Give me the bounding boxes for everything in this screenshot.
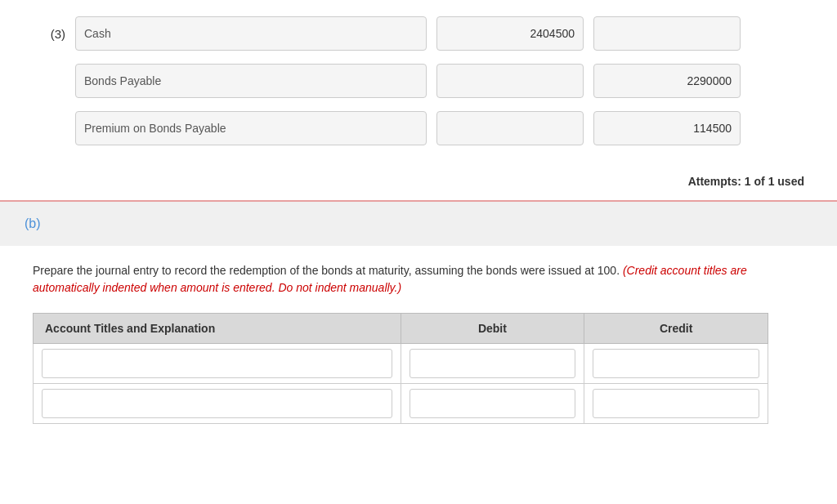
- row2-account-cell: [34, 384, 401, 424]
- premium-debit-input[interactable]: [436, 111, 584, 145]
- bonds-payable-debit-input[interactable]: [436, 64, 584, 98]
- row1-debit-input[interactable]: [410, 349, 576, 378]
- row2-credit-input[interactable]: [593, 389, 759, 418]
- row1-account-input[interactable]: [42, 349, 392, 378]
- attempts-row: Attempts: 1 of 1 used: [0, 167, 837, 200]
- cash-credit-input[interactable]: [593, 16, 741, 51]
- header-account: Account Titles and Explanation: [34, 314, 401, 344]
- entry-row-bonds-payable: [33, 64, 804, 98]
- row1-account-cell: [34, 344, 401, 384]
- header-debit: Debit: [401, 314, 584, 344]
- cash-account-input[interactable]: [75, 16, 427, 51]
- row2-credit-cell: [584, 384, 768, 424]
- bonds-payable-credit-input[interactable]: [593, 64, 741, 98]
- premium-account-input[interactable]: [75, 111, 427, 145]
- top-section: (3): [0, 0, 837, 167]
- row1-credit-cell: [584, 344, 768, 384]
- cash-debit-input[interactable]: [436, 16, 584, 51]
- table-row: [34, 384, 768, 424]
- journal-table: Account Titles and Explanation Debit Cre…: [33, 313, 768, 424]
- row2-debit-cell: [401, 384, 584, 424]
- table-row: [34, 344, 768, 384]
- row1-debit-cell: [401, 344, 584, 384]
- bottom-content: Prepare the journal entry to record the …: [0, 246, 837, 448]
- bottom-section: (b) Prepare the journal entry to record …: [0, 202, 837, 448]
- row2-account-input[interactable]: [42, 389, 392, 418]
- entry-number: (3): [33, 27, 65, 41]
- premium-credit-input[interactable]: [593, 111, 741, 145]
- section-b-label: (b): [25, 216, 41, 230]
- instruction-text: Prepare the journal entry to record the …: [33, 262, 804, 297]
- entry-row-cash: (3): [33, 16, 804, 51]
- bonds-payable-account-input[interactable]: [75, 64, 427, 98]
- instruction-main: Prepare the journal entry to record the …: [33, 264, 623, 277]
- attempts-label: Attempts: 1 of 1 used: [688, 175, 804, 188]
- row2-debit-input[interactable]: [410, 389, 576, 418]
- header-credit: Credit: [584, 314, 768, 344]
- table-header-row: Account Titles and Explanation Debit Cre…: [34, 314, 768, 344]
- entry-row-premium: [33, 111, 804, 145]
- section-b-header: (b): [0, 202, 837, 246]
- row1-credit-input[interactable]: [593, 349, 759, 378]
